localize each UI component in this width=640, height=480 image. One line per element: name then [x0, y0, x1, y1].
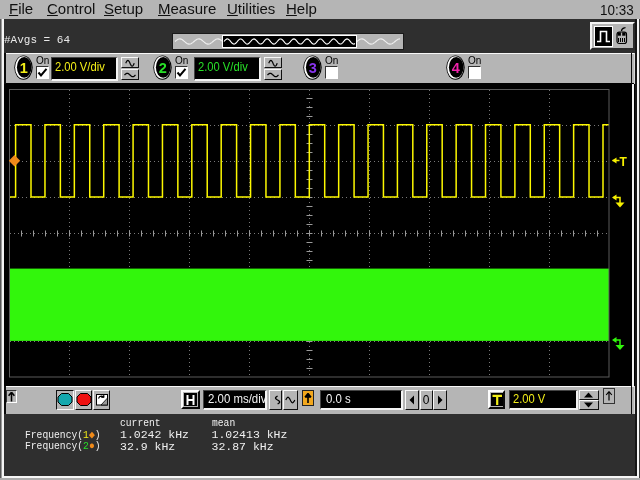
svg-text:1: 1	[20, 60, 28, 76]
svg-text:4: 4	[452, 60, 460, 76]
svg-text:2: 2	[159, 60, 167, 76]
svg-text:T: T	[620, 155, 628, 169]
svg-text:3: 3	[309, 60, 317, 76]
